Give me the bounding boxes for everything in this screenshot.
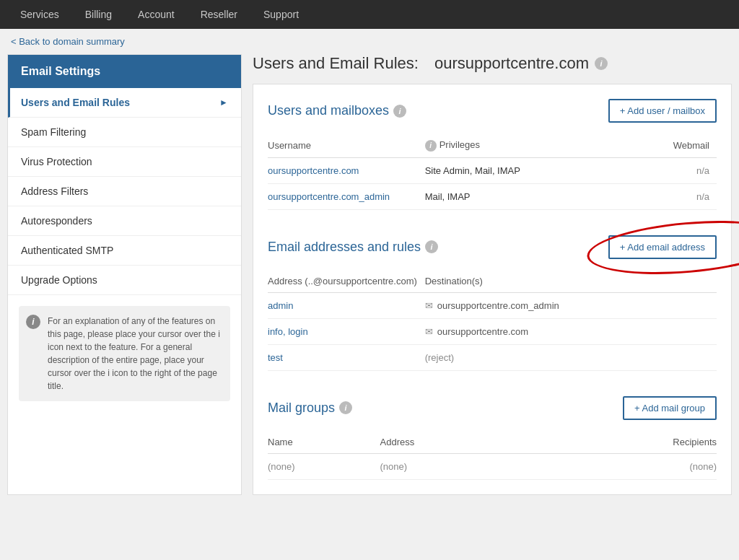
sidebar-item-upgrade-options[interactable]: Upgrade Options bbox=[8, 266, 241, 295]
users-table: Username iPrivileges Webmail oursupportc… bbox=[268, 134, 717, 210]
email-address-cell: test bbox=[268, 344, 425, 370]
col-header-address-mg: Address bbox=[380, 431, 538, 454]
envelope-icon: ✉ bbox=[425, 300, 433, 311]
nav-account[interactable]: Account bbox=[125, 0, 188, 29]
add-email-address-button[interactable]: + Add email address bbox=[608, 235, 717, 259]
username-link[interactable]: oursupportcentre.com bbox=[268, 165, 359, 176]
col-header-address: Address (..@oursupportcentre.com) bbox=[268, 270, 425, 293]
user-privileges-cell: Mail, IMAP bbox=[425, 183, 582, 209]
email-rules-table: Address (..@oursupportcentre.com) Destin… bbox=[268, 270, 717, 371]
mailgroup-address-cell: (none) bbox=[380, 453, 538, 479]
table-row: oursupportcentre.com Site Admin, Mail, I… bbox=[268, 157, 717, 183]
sidebar: Email Settings Users and Email Rules ► S… bbox=[7, 54, 242, 495]
username-link[interactable]: oursupportcentre.com_admin bbox=[268, 191, 390, 202]
destination-value: oursupportcentre.com bbox=[437, 326, 528, 337]
users-section-header: Users and mailboxes i + Add user / mailb… bbox=[268, 99, 717, 123]
col-header-destination: Destination(s) bbox=[425, 270, 717, 293]
table-row: info, login ✉ oursupportcentre.com bbox=[268, 318, 717, 344]
table-row: (none) (none) (none) bbox=[268, 453, 717, 479]
sidebar-item-spam-filtering[interactable]: Spam Filtering bbox=[8, 118, 241, 147]
table-row: oursupportcentre.com_admin Mail, IMAP n/… bbox=[268, 183, 717, 209]
user-webmail-cell: n/a bbox=[582, 183, 717, 209]
mail-groups-info-icon[interactable]: i bbox=[339, 401, 352, 414]
col-header-recipients: Recipients bbox=[537, 431, 717, 454]
email-rules-section-header: Email addresses and rules i + Add email … bbox=[268, 235, 717, 259]
users-mailboxes-section: Users and mailboxes i + Add user / mailb… bbox=[253, 84, 732, 495]
info-icon: i bbox=[26, 315, 40, 329]
destination-value: (reject) bbox=[425, 352, 454, 363]
email-destination-cell: (reject) bbox=[425, 344, 717, 370]
email-address-link[interactable]: admin bbox=[268, 300, 293, 311]
sidebar-item-authenticated-smtp[interactable]: Authenticated SMTP bbox=[8, 236, 241, 266]
sidebar-item-virus-protection[interactable]: Virus Protection bbox=[8, 147, 241, 177]
mailgroup-name-cell: (none) bbox=[268, 453, 380, 479]
user-privileges-cell: Site Admin, Mail, IMAP bbox=[425, 157, 582, 183]
sidebar-item-address-filters[interactable]: Address Filters bbox=[8, 177, 241, 206]
sidebar-info: i For an explanation of any of the featu… bbox=[19, 306, 230, 401]
nav-reseller[interactable]: Reseller bbox=[188, 0, 250, 29]
mail-groups-table: Name Address Recipients (none) (none) (n… bbox=[268, 431, 717, 480]
mail-groups-title: Mail groups i bbox=[268, 401, 352, 416]
content-area: Users and Email Rules: oursupportcentre.… bbox=[242, 54, 732, 495]
email-rules-info-icon[interactable]: i bbox=[425, 240, 438, 253]
main-layout: Email Settings Users and Email Rules ► S… bbox=[7, 54, 732, 495]
email-address-link[interactable]: info, login bbox=[268, 326, 308, 337]
email-address-link[interactable]: test bbox=[268, 352, 283, 363]
col-header-webmail: Webmail bbox=[582, 134, 717, 157]
email-destination-cell: ✉ oursupportcentre.com_admin bbox=[425, 292, 717, 318]
privileges-info-icon[interactable]: i bbox=[425, 140, 437, 152]
envelope-icon: ✉ bbox=[425, 326, 433, 337]
nav-services[interactable]: Services bbox=[7, 0, 72, 29]
col-header-username: Username bbox=[268, 134, 425, 157]
back-link[interactable]: < Back to domain summary bbox=[11, 36, 125, 47]
chevron-right-icon: ► bbox=[219, 97, 228, 108]
nav-support[interactable]: Support bbox=[250, 0, 312, 29]
email-address-cell: info, login bbox=[268, 318, 425, 344]
sidebar-header: Email Settings bbox=[8, 55, 241, 88]
user-username-cell: oursupportcentre.com bbox=[268, 157, 425, 183]
users-section-title: Users and mailboxes i bbox=[268, 103, 406, 118]
nav-billing[interactable]: Billing bbox=[72, 0, 125, 29]
email-rules-title: Email addresses and rules i bbox=[268, 240, 438, 255]
user-username-cell: oursupportcentre.com_admin bbox=[268, 183, 425, 209]
add-user-mailbox-button[interactable]: + Add user / mailbox bbox=[608, 99, 717, 123]
breadcrumb: < Back to domain summary bbox=[0, 29, 739, 54]
sidebar-item-users-email-rules[interactable]: Users and Email Rules ► bbox=[8, 88, 241, 118]
add-email-button-container: + Add email address bbox=[608, 235, 717, 259]
table-row: test (reject) bbox=[268, 344, 717, 370]
col-header-privileges: iPrivileges bbox=[425, 134, 582, 157]
sidebar-item-autoresponders[interactable]: Autoresponders bbox=[8, 206, 241, 236]
email-destination-cell: ✉ oursupportcentre.com bbox=[425, 318, 717, 344]
destination-value: oursupportcentre.com_admin bbox=[437, 300, 559, 311]
user-webmail-cell: n/a bbox=[582, 157, 717, 183]
col-header-name: Name bbox=[268, 431, 380, 454]
page-info-icon[interactable]: i bbox=[595, 57, 608, 70]
mailgroup-recipients-cell: (none) bbox=[537, 453, 717, 479]
page-title: Users and Email Rules: oursupportcentre.… bbox=[253, 54, 732, 73]
mail-groups-section-header: Mail groups i + Add mail group bbox=[268, 396, 717, 420]
table-row: admin ✉ oursupportcentre.com_admin bbox=[268, 292, 717, 318]
email-address-cell: admin bbox=[268, 292, 425, 318]
add-mail-group-button[interactable]: + Add mail group bbox=[623, 396, 717, 420]
users-info-icon[interactable]: i bbox=[393, 105, 406, 118]
top-nav: Services Billing Account Reseller Suppor… bbox=[0, 0, 739, 29]
